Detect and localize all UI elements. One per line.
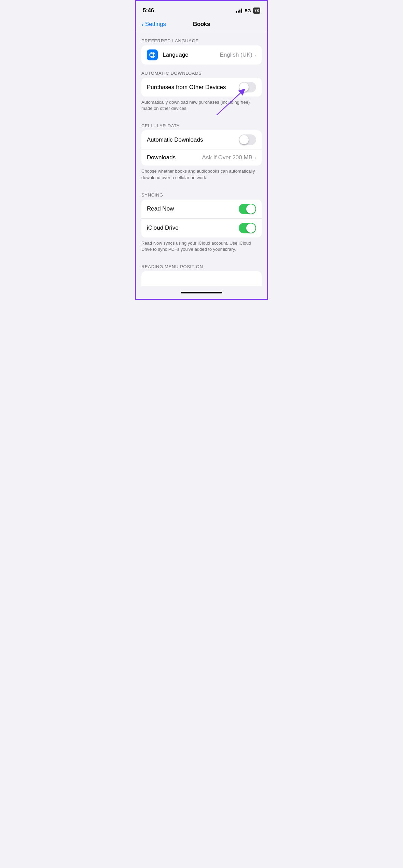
section-cellular-data: CELLULAR DATA Automatic Downloads Downlo… <box>136 117 267 186</box>
automatic-downloads-label: Automatic Downloads <box>147 136 239 143</box>
purchases-other-devices-row: Purchases from Other Devices <box>141 78 262 97</box>
reading-menu-partial-row <box>141 271 262 286</box>
toggle-knob-icloud <box>246 223 255 233</box>
read-now-label: Read Now <box>147 205 239 212</box>
section-header-automatic-downloads: AUTOMATIC DOWNLOADS <box>136 64 267 78</box>
automatic-downloads-group: Purchases from Other Devices <box>141 78 262 97</box>
back-button[interactable]: ‹ Settings <box>141 21 166 28</box>
preferred-language-group: Language English (UK) › <box>141 45 262 64</box>
signal-bars-icon <box>236 9 242 13</box>
downloads-chevron-icon: › <box>254 155 256 160</box>
section-automatic-downloads: AUTOMATIC DOWNLOADS Purchases from Other… <box>136 64 267 117</box>
back-label: Settings <box>145 21 166 28</box>
downloads-row[interactable]: Downloads Ask If Over 200 MB › <box>141 149 262 165</box>
purchases-other-devices-toggle[interactable] <box>239 82 256 92</box>
icloud-drive-label: iCloud Drive <box>147 225 239 231</box>
automatic-downloads-toggle[interactable] <box>239 134 256 145</box>
nav-bar: ‹ Settings Books <box>136 18 267 32</box>
section-header-preferred-language: PREFERRED LANGUAGE <box>136 32 267 45</box>
signal-bar-1 <box>236 11 237 13</box>
home-bar <box>181 292 222 293</box>
network-label: 5G <box>245 8 251 13</box>
language-chevron-icon: › <box>254 52 256 58</box>
signal-bar-2 <box>238 11 239 13</box>
globe-icon-container <box>147 49 158 60</box>
downloads-label: Downloads <box>147 154 202 161</box>
content: PREFERRED LANGUAGE Language English (UK) <box>136 32 267 286</box>
status-time: 5:46 <box>143 7 154 14</box>
language-value: English (UK) <box>220 52 252 58</box>
icloud-drive-row: iCloud Drive <box>141 218 262 237</box>
downloads-value: Ask If Over 200 MB <box>202 154 252 161</box>
chevron-left-icon: ‹ <box>141 21 144 28</box>
syncing-footer: Read Now syncs using your iCloud account… <box>136 237 267 258</box>
globe-icon <box>149 52 156 58</box>
language-label: Language <box>163 52 220 58</box>
signal-bar-3 <box>239 10 240 13</box>
section-header-syncing: SYNCING <box>136 186 267 200</box>
read-now-row: Read Now <box>141 200 262 218</box>
page-wrapper: 5:46 5G 78 ‹ Settings Books PREFERRED LA… <box>136 1 267 299</box>
home-indicator <box>136 289 267 299</box>
reading-menu-position-group <box>141 271 262 286</box>
read-now-toggle[interactable] <box>239 204 256 214</box>
status-icons: 5G 78 <box>236 8 260 14</box>
status-bar: 5:46 5G 78 <box>136 1 267 18</box>
toggle-knob <box>239 83 249 92</box>
section-reading-menu-position: READING MENU POSITION <box>136 258 267 286</box>
syncing-group: Read Now iCloud Drive <box>141 200 262 237</box>
page-title: Books <box>193 21 210 28</box>
icloud-drive-toggle[interactable] <box>239 223 256 233</box>
section-preferred-language: PREFERRED LANGUAGE Language English (UK) <box>136 32 267 64</box>
automatic-downloads-footer: Automatically download new purchases (in… <box>136 97 267 117</box>
section-syncing: SYNCING Read Now iCloud Drive Read Now s… <box>136 186 267 258</box>
section-header-cellular-data: CELLULAR DATA <box>136 117 267 130</box>
toggle-knob-auto-dl <box>239 135 249 144</box>
toggle-knob-read-now <box>246 204 255 214</box>
section-header-reading-menu-position: READING MENU POSITION <box>136 258 267 271</box>
cellular-data-footer: Choose whether books and audiobooks can … <box>136 165 267 186</box>
battery-icon: 78 <box>253 8 260 14</box>
language-row[interactable]: Language English (UK) › <box>141 45 262 64</box>
automatic-downloads-row: Automatic Downloads <box>141 130 262 149</box>
signal-bar-4 <box>241 9 242 13</box>
purchases-other-devices-label: Purchases from Other Devices <box>147 84 239 91</box>
battery-level: 78 <box>254 8 259 13</box>
cellular-data-group: Automatic Downloads Downloads Ask If Ove… <box>141 130 262 165</box>
